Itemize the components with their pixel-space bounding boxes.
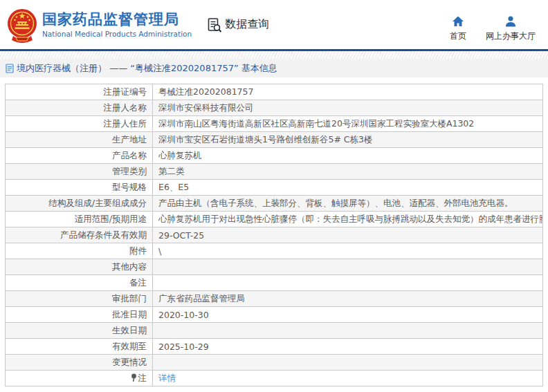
field-label: 注册证编号 (6, 84, 153, 100)
table-row: 审批部门广东省药品监督管理局 (6, 291, 543, 307)
field-value: 深圳市安保科技有限公司 (153, 100, 543, 116)
field-label: 批准日期 (6, 307, 153, 323)
nav-home-label: 首页 (450, 30, 466, 42)
table-row: 附件\ (6, 243, 543, 259)
field-label: 注 (138, 373, 147, 383)
table-row: 备注 (6, 275, 543, 291)
field-value: E6、E5 (153, 180, 543, 196)
home-icon (452, 15, 464, 28)
table-row: 产品储存条件及有效期29-OCT-25 (6, 227, 543, 243)
document-icon (6, 64, 14, 73)
table-row: 变更情况 (6, 355, 543, 371)
table-row: 有效期至2025-10-29 (6, 339, 543, 355)
data-query-menu[interactable]: 数据查询 (207, 17, 269, 32)
field-value: \ (153, 243, 543, 259)
field-value: 心肺复苏机 (153, 148, 543, 164)
hatched-strip (0, 51, 548, 59)
field-label: 产品储存条件及有效期 (6, 227, 153, 243)
table-row: 适用范围/预期用途心肺复苏机用于对出现急性心脏骤停（即：失去自主呼吸与脉搏跳动以… (6, 212, 543, 227)
nav-service-hall[interactable]: 网上办事大厅 (486, 15, 536, 42)
table-row: 注册人名称深圳市安保科技有限公司 (6, 100, 543, 116)
field-label: 注册人住所 (6, 116, 153, 132)
field-value: 2025-10-29 (153, 339, 543, 355)
table-row: 生效日期 (6, 323, 543, 339)
table-row: 其他内容 (6, 259, 543, 275)
field-value: 深圳市宝安区石岩街道塘头1号路创维创新谷5# C栋3楼 (153, 132, 543, 148)
field-label: 审批部门 (6, 291, 153, 307)
field-label: 型号规格 (6, 180, 153, 196)
table-row: 注册人住所深圳市南山区粤海街道高新区社区高新南七道20号深圳国家工程实验室大楼A… (6, 116, 543, 132)
table-row: 管理类别第二类 (6, 164, 543, 180)
field-value: 详情 (153, 371, 543, 386)
detail-table-container: 注册证编号粤械注准20202081757 注册人名称深圳市安保科技有限公司 注册… (0, 77, 548, 386)
table-row: 生产地址深圳市宝安区石岩街道塘头1号路创维创新谷5# C栋3楼 (6, 132, 543, 148)
field-value: 深圳市南山区粤海街道高新区社区高新南七道20号深圳国家工程实验室大楼A1302 (153, 116, 543, 132)
field-value (153, 259, 543, 275)
org-name-zh: 国家药品监督管理局 (42, 11, 192, 28)
table-row: 结构及组成/主要组成成分产品由主机（含电子系统、上装部分、背板、触摸屏等）、电池… (6, 196, 543, 212)
nav-service-hall-label: 网上办事大厅 (486, 30, 536, 42)
field-label: 注册人名称 (6, 100, 153, 116)
field-label: 适用范围/预期用途 (6, 212, 153, 227)
field-value: 29-OCT-25 (153, 227, 543, 243)
table-row: 批准日期2020-10-30 (6, 307, 543, 323)
note-pin-icon (131, 373, 137, 382)
field-label-note: 注 (6, 371, 153, 386)
breadcrumb-text: 境内医疗器械（注册） —— “粤械注准20202081757” 基本信息 (17, 62, 277, 75)
field-label: 管理类别 (6, 164, 153, 180)
field-label: 结构及组成/主要组成成分 (6, 196, 153, 212)
field-label: 附件 (6, 243, 153, 259)
field-label: 备注 (6, 275, 153, 291)
field-value (153, 275, 543, 291)
field-value: 第二类 (153, 164, 543, 180)
org-title-block: 国家药品监督管理局 National Medical Products Admi… (42, 11, 192, 37)
table-row: 注册证编号粤械注准20202081757 (6, 84, 543, 100)
nmpa-national-emblem-logo (6, 8, 38, 43)
user-icon (504, 15, 517, 28)
field-value: 2020-10-30 (153, 307, 543, 323)
table-row: 注 详情 (6, 371, 543, 386)
field-value: 产品由主机（含电子系统、上装部分、背板、触摸屏等）、电池、适配器、外部电池充电器… (153, 196, 543, 212)
document-search-icon (207, 17, 222, 32)
field-value (153, 355, 543, 371)
table-row: 产品名称心肺复苏机 (6, 148, 543, 164)
field-value: 广东省药品监督管理局 (153, 291, 543, 307)
field-label: 变更情况 (6, 355, 153, 371)
registration-detail-table: 注册证编号粤械注准20202081757 注册人名称深圳市安保科技有限公司 注册… (5, 84, 543, 386)
field-value (153, 323, 543, 339)
field-label: 有效期至 (6, 339, 153, 355)
field-value: 心肺复苏机用于对出现急性心脏骤停（即：失去自主呼吸与脉搏跳动以及失去知觉）的成年… (153, 212, 543, 227)
nav-home[interactable]: 首页 (450, 15, 466, 42)
table-row: 型号规格E6、E5 (6, 180, 543, 196)
data-query-label: 数据查询 (225, 17, 269, 32)
breadcrumb: 境内医疗器械（注册） —— “粤械注准20202081757” 基本信息 (0, 59, 548, 77)
details-link[interactable]: 详情 (158, 373, 176, 383)
site-header: 国家药品监督管理局 National Medical Products Admi… (0, 0, 548, 49)
field-value: 粤械注准20202081757 (153, 84, 543, 100)
field-label: 产品名称 (6, 148, 153, 164)
field-label: 生效日期 (6, 323, 153, 339)
org-name-en: National Medical Products Administration (42, 30, 192, 38)
field-label: 其他内容 (6, 259, 153, 275)
field-label: 生产地址 (6, 132, 153, 148)
header-nav: 首页 网上办事大厅 (450, 15, 536, 42)
